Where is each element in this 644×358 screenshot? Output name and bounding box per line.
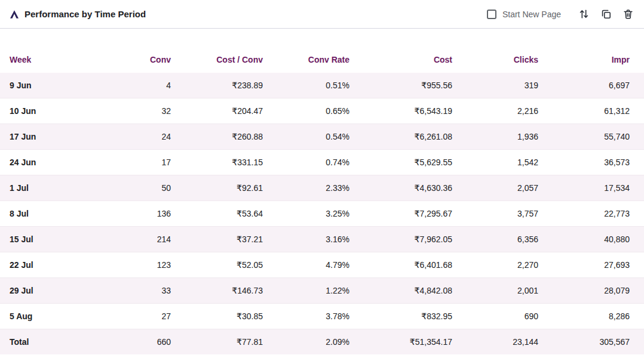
- table-row: 22 Jul123₹52.054.79%₹6,401.682,27027,693: [0, 252, 644, 278]
- value-cell: ₹53.64: [171, 201, 263, 227]
- value-cell: 40,880: [538, 227, 644, 252]
- value-cell: 24: [96, 124, 171, 150]
- week-cell: 1 Jul: [0, 175, 96, 201]
- value-cell: 136: [96, 201, 171, 227]
- value-cell: 32: [96, 98, 171, 124]
- adalysis-logo-icon: [10, 10, 19, 19]
- value-cell: ₹6,543.19: [349, 98, 452, 124]
- week-cell: 22 Jul: [0, 252, 96, 278]
- value-cell: 27: [96, 304, 171, 329]
- column-header-conv-rate[interactable]: Conv Rate: [263, 50, 349, 73]
- table-row: 5 Aug27₹30.853.78%₹832.956908,286: [0, 304, 644, 329]
- value-cell: 1,936: [452, 124, 538, 150]
- value-cell: ₹52.05: [171, 252, 263, 278]
- table-row: 1 Jul50₹92.612.33%₹4,630.362,05717,534: [0, 175, 644, 201]
- table-row: 29 Jul33₹146.731.22%₹4,842.082,00128,079: [0, 278, 644, 304]
- value-cell: 123: [96, 252, 171, 278]
- table-row: 8 Jul136₹53.643.25%₹7,295.673,75722,773: [0, 201, 644, 227]
- value-cell: 3.25%: [263, 201, 349, 227]
- sort-icon[interactable]: [577, 8, 590, 21]
- table-row: 17 Jun24₹260.880.54%₹6,261.081,93655,740: [0, 124, 644, 150]
- value-cell: 23,144: [452, 329, 538, 355]
- value-cell: 660: [96, 329, 171, 355]
- value-cell: ₹30.85: [171, 304, 263, 329]
- table-header-row: Week Conv Cost / Conv Conv Rate Cost Cli…: [0, 50, 644, 73]
- value-cell: 17,534: [538, 175, 644, 201]
- value-cell: 4: [96, 73, 171, 98]
- start-new-page-control: Start New Page: [487, 10, 561, 19]
- value-cell: 1.22%: [263, 278, 349, 304]
- performance-table-wrap: Week Conv Cost / Conv Conv Rate Cost Cli…: [0, 29, 644, 354]
- value-cell: 6,356: [452, 227, 538, 252]
- value-cell: 0.65%: [263, 98, 349, 124]
- value-cell: 17: [96, 150, 171, 175]
- value-cell: ₹6,261.08: [349, 124, 452, 150]
- value-cell: 0.54%: [263, 124, 349, 150]
- value-cell: 8,286: [538, 304, 644, 329]
- value-cell: ₹146.73: [171, 278, 263, 304]
- value-cell: ₹4,630.36: [349, 175, 452, 201]
- value-cell: 690: [452, 304, 538, 329]
- value-cell: 3,757: [452, 201, 538, 227]
- value-cell: 214: [96, 227, 171, 252]
- week-cell: 8 Jul: [0, 201, 96, 227]
- value-cell: ₹832.95: [349, 304, 452, 329]
- value-cell: 2,001: [452, 278, 538, 304]
- value-cell: 28,079: [538, 278, 644, 304]
- value-cell: 36,573: [538, 150, 644, 175]
- value-cell: 305,567: [538, 329, 644, 355]
- value-cell: 22,773: [538, 201, 644, 227]
- column-header-cost[interactable]: Cost: [349, 50, 452, 73]
- trash-icon[interactable]: [621, 8, 634, 21]
- week-cell: 29 Jul: [0, 278, 96, 304]
- value-cell: 33: [96, 278, 171, 304]
- column-header-week[interactable]: Week: [0, 50, 96, 73]
- column-header-cost-per-conv[interactable]: Cost / Conv: [171, 50, 263, 73]
- table-row: 9 Jun4₹238.890.51%₹955.563196,697: [0, 73, 644, 98]
- value-cell: 319: [452, 73, 538, 98]
- value-cell: ₹331.15: [171, 150, 263, 175]
- value-cell: 6,697: [538, 73, 644, 98]
- value-cell: ₹92.61: [171, 175, 263, 201]
- week-cell: 17 Jun: [0, 124, 96, 150]
- value-cell: 50: [96, 175, 171, 201]
- widget-title-group: Performance by Time Period: [10, 9, 146, 19]
- start-new-page-checkbox[interactable]: [487, 10, 496, 19]
- copy-icon[interactable]: [599, 8, 612, 21]
- widget-title: Performance by Time Period: [24, 9, 146, 19]
- column-header-impr[interactable]: Impr: [538, 50, 644, 73]
- value-cell: 3.16%: [263, 227, 349, 252]
- widget-header: Performance by Time Period Start New Pag…: [0, 0, 644, 29]
- value-cell: ₹6,401.68: [349, 252, 452, 278]
- week-cell: 10 Jun: [0, 98, 96, 124]
- week-cell: 24 Jun: [0, 150, 96, 175]
- report-widget: Performance by Time Period Start New Pag…: [0, 0, 644, 358]
- value-cell: 2,216: [452, 98, 538, 124]
- column-header-conv[interactable]: Conv: [96, 50, 171, 73]
- table-row: 24 Jun17₹331.150.74%₹5,629.551,54236,573: [0, 150, 644, 175]
- start-new-page-label[interactable]: Start New Page: [502, 10, 561, 19]
- week-cell: 5 Aug: [0, 304, 96, 329]
- value-cell: ₹238.89: [171, 73, 263, 98]
- value-cell: ₹5,629.55: [349, 150, 452, 175]
- value-cell: ₹7,295.67: [349, 201, 452, 227]
- week-cell: Total: [0, 329, 96, 355]
- value-cell: 55,740: [538, 124, 644, 150]
- column-header-clicks[interactable]: Clicks: [452, 50, 538, 73]
- widget-controls: Start New Page: [487, 8, 634, 21]
- value-cell: 0.51%: [263, 73, 349, 98]
- week-cell: 9 Jun: [0, 73, 96, 98]
- value-cell: 3.78%: [263, 304, 349, 329]
- week-cell: 15 Jul: [0, 227, 96, 252]
- value-cell: ₹260.88: [171, 124, 263, 150]
- value-cell: ₹204.47: [171, 98, 263, 124]
- table-header: Week Conv Cost / Conv Conv Rate Cost Cli…: [0, 50, 644, 73]
- value-cell: 2,270: [452, 252, 538, 278]
- value-cell: ₹4,842.08: [349, 278, 452, 304]
- value-cell: 27,693: [538, 252, 644, 278]
- value-cell: ₹77.81: [171, 329, 263, 355]
- table-row: 15 Jul214₹37.213.16%₹7,962.056,35640,880: [0, 227, 644, 252]
- table-row: 10 Jun32₹204.470.65%₹6,543.192,21661,312: [0, 98, 644, 124]
- value-cell: ₹7,962.05: [349, 227, 452, 252]
- value-cell: 2,057: [452, 175, 538, 201]
